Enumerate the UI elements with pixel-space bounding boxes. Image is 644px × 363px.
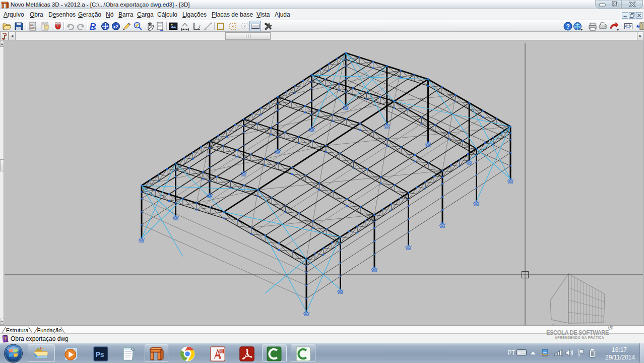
svg-text:3005: 3005 <box>338 292 343 294</box>
svg-text:3005: 3005 <box>372 270 377 272</box>
svg-text:3005: 3005 <box>384 127 390 129</box>
svg-text:10: 10 <box>220 351 223 354</box>
svg-text:3005: 3005 <box>425 145 431 147</box>
svg-text:?: ? <box>4 336 7 341</box>
svg-text:3005: 3005 <box>241 174 246 177</box>
svg-text:3005: 3005 <box>474 204 479 206</box>
svg-text:3005: 3005 <box>440 226 445 228</box>
svg-text:3005: 3005 <box>275 152 281 155</box>
svg-text:3005: 3005 <box>139 240 145 243</box>
svg-text:Ps: Ps <box>95 350 104 358</box>
svg-text:3005: 3005 <box>406 248 411 251</box>
svg-text:3005: 3005 <box>304 314 309 317</box>
svg-text:3005: 3005 <box>173 218 178 221</box>
svg-text:3005: 3005 <box>207 196 213 199</box>
svg-text:3005: 3005 <box>508 182 513 184</box>
svg-text:3005: 3005 <box>343 108 349 110</box>
svg-text:3005: 3005 <box>309 130 314 133</box>
svg-text:3005: 3005 <box>467 163 472 166</box>
